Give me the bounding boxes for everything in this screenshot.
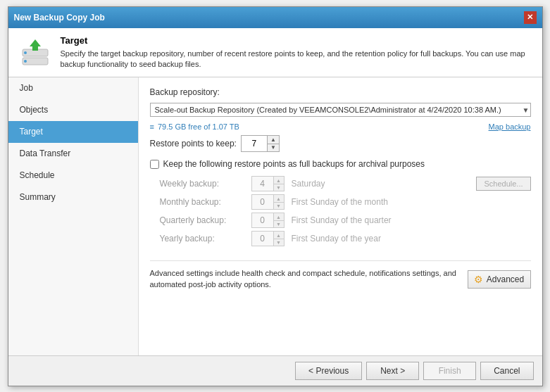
header-title: Target (61, 35, 532, 46)
header-text: Target Specify the target backup reposit… (61, 35, 532, 70)
archival-checkbox-row: Keep the following restore points as ful… (150, 159, 531, 169)
monthly-spinner-btns: ▲ ▼ (273, 195, 284, 209)
quarterly-spinner-btns: ▲ ▼ (273, 213, 284, 227)
sidebar: Job Objects Target Data Transfer Schedul… (8, 77, 139, 355)
advanced-row: Advanced settings include health check a… (150, 260, 531, 290)
yearly-spinner-btns: ▲ ▼ (273, 232, 284, 246)
monthly-spinner: 0 ▲ ▼ (251, 194, 285, 210)
backup-repository-row: Backup repository: (150, 87, 531, 97)
monthly-up-button[interactable]: ▲ (274, 195, 284, 202)
restore-points-spinner: 7 ▲ ▼ (241, 135, 280, 152)
weekly-day: Saturday (292, 179, 325, 189)
yearly-input[interactable]: 0 (252, 232, 273, 246)
close-button[interactable]: ✕ (524, 11, 537, 24)
map-backup-link[interactable]: Map backup (489, 122, 531, 131)
yearly-label: Yearly backup: (160, 234, 251, 244)
main-window: New Backup Copy Job ✕ Target Specify the… (8, 6, 543, 386)
schedule-button[interactable]: Schedule... (476, 177, 530, 191)
monthly-day: First Sunday of the month (292, 197, 388, 207)
quarterly-label: Quarterly backup: (160, 215, 251, 225)
gear-icon: ⚙ (474, 274, 483, 285)
advanced-text: Advanced settings include health check a… (150, 268, 468, 290)
archival-checkbox[interactable] (150, 160, 159, 169)
finish-button[interactable]: Finish (423, 362, 476, 380)
restore-points-spinner-buttons: ▲ ▼ (267, 136, 279, 151)
archival-grid: Weekly backup: 4 ▲ ▼ Saturday Schedule..… (160, 176, 531, 246)
quarterly-day: First Sunday of the quarter (292, 215, 392, 225)
sidebar-item-data-transfer[interactable]: Data Transfer (8, 143, 138, 165)
archival-row-quarterly: Quarterly backup: 0 ▲ ▼ First Sunday of … (160, 213, 531, 228)
restore-points-up-button[interactable]: ▲ (268, 136, 279, 144)
svg-point-2 (24, 51, 27, 54)
header-section: Target Specify the target backup reposit… (8, 28, 542, 78)
weekly-down-button[interactable]: ▼ (274, 184, 284, 191)
advanced-btn-label: Advanced (487, 274, 524, 284)
weekly-input[interactable]: 4 (252, 177, 273, 191)
quarterly-down-button[interactable]: ▼ (274, 220, 284, 227)
quarterly-up-button[interactable]: ▲ (274, 213, 284, 220)
target-icon (18, 35, 52, 69)
svg-point-3 (24, 60, 27, 63)
yearly-down-button[interactable]: ▼ (274, 239, 284, 246)
sidebar-item-schedule[interactable]: Schedule (8, 165, 138, 186)
header-description: Specify the target backup repository, nu… (61, 49, 532, 70)
yearly-day: First Sunday of the year (292, 234, 381, 244)
monthly-input[interactable]: 0 (252, 195, 273, 209)
yearly-spinner: 0 ▲ ▼ (251, 231, 285, 246)
backup-repository-dropdown[interactable]: Scale-out Backup Repository (Created by … (150, 103, 531, 117)
weekly-spinner-btns: ▲ ▼ (273, 177, 284, 191)
content-area: Job Objects Target Data Transfer Schedul… (8, 77, 542, 355)
monthly-label: Monthly backup: (160, 197, 251, 207)
storage-icon: ≡ (150, 122, 154, 131)
main-panel: Backup repository: Scale-out Backup Repo… (139, 77, 542, 355)
sidebar-item-job[interactable]: Job (8, 77, 138, 99)
backup-repository-container: Scale-out Backup Repository (Created by … (150, 103, 531, 117)
backup-repository-label: Backup repository: (150, 87, 235, 97)
storage-info-row: ≡ 79.5 GB free of 1.07 TB Map backup (150, 122, 531, 131)
sidebar-item-objects[interactable]: Objects (8, 99, 138, 121)
restore-points-down-button[interactable]: ▼ (268, 144, 279, 151)
restore-points-row: Restore points to keep: 7 ▲ ▼ (150, 135, 531, 152)
next-button[interactable]: Next > (366, 362, 419, 380)
cancel-button[interactable]: Cancel (480, 362, 533, 380)
sidebar-item-summary[interactable]: Summary (8, 186, 138, 208)
storage-info-text: 79.5 GB free of 1.07 TB (158, 122, 239, 131)
weekly-spinner: 4 ▲ ▼ (251, 176, 285, 191)
previous-button[interactable]: < Previous (295, 362, 362, 380)
quarterly-spinner: 0 ▲ ▼ (251, 213, 285, 228)
monthly-down-button[interactable]: ▼ (274, 202, 284, 209)
sidebar-item-target[interactable]: Target (8, 121, 138, 143)
archival-row-monthly: Monthly backup: 0 ▲ ▼ First Sunday of th… (160, 194, 531, 210)
weekly-up-button[interactable]: ▲ (274, 177, 284, 184)
footer: < Previous Next > Finish Cancel (8, 355, 542, 386)
archival-checkbox-label: Keep the following restore points as ful… (163, 159, 425, 169)
window-title: New Backup Copy Job (14, 13, 105, 23)
yearly-up-button[interactable]: ▲ (274, 232, 284, 239)
advanced-button[interactable]: ⚙ Advanced (468, 270, 531, 289)
archival-row-yearly: Yearly backup: 0 ▲ ▼ First Sunday of the… (160, 231, 531, 246)
quarterly-input[interactable]: 0 (252, 213, 273, 227)
weekly-label: Weekly backup: (160, 179, 251, 189)
backup-repository-select-row: Scale-out Backup Repository (Created by … (150, 103, 531, 117)
restore-points-input[interactable]: 7 (242, 136, 267, 151)
restore-points-label: Restore points to keep: (150, 139, 237, 148)
title-bar: New Backup Copy Job ✕ (8, 7, 542, 28)
archival-row-weekly: Weekly backup: 4 ▲ ▼ Saturday Schedule..… (160, 176, 531, 191)
